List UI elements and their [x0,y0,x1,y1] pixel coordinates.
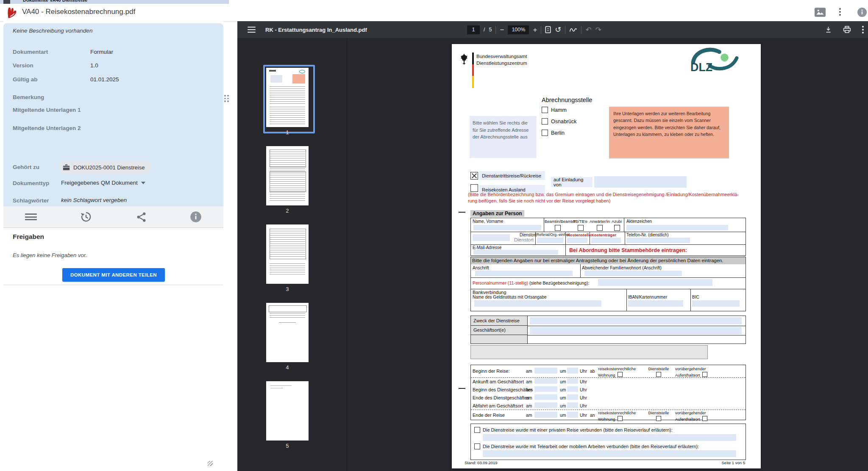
metadata-panel: Keine Beschreibung vorhanden Dokumentart… [3,23,223,206]
page-number-input[interactable]: 1 [467,25,480,34]
share-document-button[interactable]: DOKUMENT MIT ANDEREN TEILEN [62,268,165,282]
date-input[interactable] [534,378,557,384]
trip-type-checkbox-checked[interactable] [470,172,478,180]
panel-drag-handle[interactable] [224,95,229,102]
residence-checkbox[interactable] [618,372,623,377]
anschrift-label: Anschrift [473,266,489,270]
bic-input[interactable] [692,300,740,307]
rotate-icon[interactable]: ↺ [555,26,561,33]
zoom-in-button[interactable]: + [533,26,537,33]
dienststelle-checkbox[interactable] [656,416,661,421]
dienstort-input[interactable] [473,234,510,241]
history-icon[interactable] [80,211,92,223]
info-icon[interactable] [857,7,867,17]
kostenstelle-input[interactable] [567,238,587,243]
time-input[interactable] [567,412,578,418]
personalnummer-input[interactable] [598,279,712,286]
preview-image-icon[interactable] [815,7,826,17]
kebab-menu-icon[interactable] [862,25,864,34]
pdf-viewer: RK - Erstattungsantrag In_Ausland.pdf 1 … [237,21,868,471]
form-footer-right: Seite 1 von 5 [689,460,745,465]
share-icon[interactable] [136,211,147,223]
dokumenttyp-select[interactable]: Freigegebenes QM Dokument [61,180,145,186]
um-label: um [560,395,566,400]
referat-input[interactable] [537,238,563,243]
status-checkbox-tb[interactable] [578,225,584,231]
office-option: Dienststelle [645,410,672,421]
date-input[interactable] [534,368,557,374]
date-input[interactable] [534,402,557,408]
telework-input[interactable] [483,450,736,457]
thumbnail-rail: 1 2 3 4 5 [237,38,347,471]
personalnummer-row: Personalnummer (11-stellig) (siehe Bezüg… [473,280,589,285]
time-input[interactable] [567,368,578,374]
invitation-input[interactable] [594,176,687,188]
pdf-toolbar-center: 1 / 5 − 100% + ↺ ↶ ↷ [467,21,601,38]
telework-checkbox[interactable] [474,443,480,449]
freigaben-heading: Freigaben [13,233,44,241]
thumbnail-page-3[interactable] [266,224,309,284]
date-input[interactable] [534,412,557,418]
telefon-input[interactable] [626,238,690,243]
freigaben-empty-text: Es liegen keine Freigaben vor. [13,252,87,258]
thumbnail-page-1[interactable] [266,68,309,127]
print-icon[interactable] [843,26,851,33]
temp-stay-label: vorübergehender Aufenthaltsort [675,410,706,421]
personalnummer-label-rest: (siehe Bezügebescheinigung): [529,280,589,285]
office-checkbox-hamm[interactable] [542,107,548,113]
date-input[interactable] [534,394,557,400]
annotate-icon[interactable] [569,27,577,33]
residence-label: reisekostenrechtliche Wohnung [598,410,636,421]
zoom-level[interactable]: 100% [508,25,529,34]
residence-checkbox[interactable] [618,416,623,421]
description-placeholder: Keine Beschreibung vorhanden [13,28,92,34]
private-trip-checkbox[interactable] [474,427,480,433]
thumbnail-page-2[interactable] [266,146,309,205]
redo-icon[interactable]: ↷ [595,26,601,33]
resize-handle[interactable] [208,461,213,466]
um-label: um [560,387,566,392]
thumbnail-page-5[interactable] [266,381,309,441]
name-input[interactable] [473,225,541,230]
bank-name-input[interactable] [474,300,601,307]
time-input[interactable] [567,378,578,384]
trip-type-checkbox-unchecked[interactable] [470,184,478,192]
iban-input[interactable] [628,300,683,307]
email-input[interactable] [473,250,558,255]
download-icon[interactable] [825,26,832,33]
uhr-label: Uhr [580,368,587,374]
office-checkbox-osnabrueck[interactable] [542,118,548,125]
aktenzeichen-input[interactable] [626,225,728,230]
temp-stay-checkbox[interactable] [702,416,707,421]
temp-stay-checkbox[interactable] [702,372,707,377]
form-footer-left: Stand: 03.09.2019 [465,460,498,465]
fit-page-icon[interactable] [545,26,551,33]
menu-icon[interactable] [25,213,37,220]
kebab-menu-icon[interactable] [839,8,841,17]
bic-label: BIC [692,295,699,299]
date-input[interactable] [534,386,557,392]
title-bar: VA40 - Reisekostenabrechnung.pdf [0,4,868,22]
purpose-input[interactable] [530,317,742,324]
dienststelle-checkbox[interactable] [656,372,661,377]
anschrift-input[interactable] [475,271,573,276]
choose-office-note: Bitte wählen Sie rechts die für Sie zutr… [470,116,537,158]
status-checkbox-beamter[interactable] [555,225,561,231]
time-input[interactable] [567,386,578,392]
familienwohnort-input[interactable] [584,271,682,276]
related-dossier-chip[interactable]: DOKU2025-0001 Dienstreise [58,161,150,174]
undo-icon[interactable]: ↶ [585,26,591,33]
thumbnails-toggle-icon[interactable] [248,27,256,33]
status-checkbox-anwaerter[interactable] [597,225,603,231]
private-trip-input[interactable] [483,434,736,441]
info-icon[interactable] [190,211,202,223]
zoom-out-button[interactable]: − [500,26,504,33]
business-location-input[interactable] [530,327,742,334]
uhr-label: Uhr [580,413,587,418]
office-checkbox-berlin[interactable] [542,130,548,136]
time-input[interactable] [567,394,578,400]
thumbnail-page-4[interactable] [266,303,309,362]
kostentraeger-input[interactable] [591,238,621,243]
status-checkbox-azubi[interactable] [614,225,620,231]
time-input[interactable] [567,402,578,408]
